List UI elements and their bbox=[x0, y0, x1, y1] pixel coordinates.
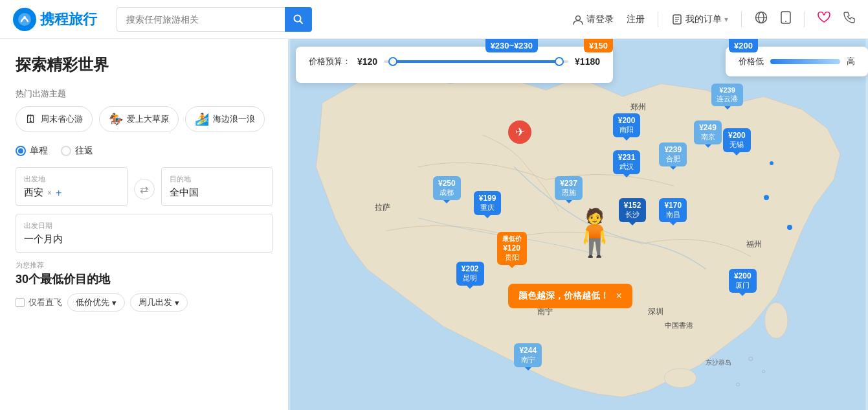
orders-button[interactable]: 我的订单 ▾ bbox=[671, 14, 728, 25]
lhasa-label: 拉萨 bbox=[375, 202, 390, 213]
departure-add[interactable]: + bbox=[56, 187, 61, 199]
bottom-price: ¥244 bbox=[519, 346, 537, 355]
theme-weekend-label: 周末省心游 bbox=[41, 113, 83, 125]
sort-price-button[interactable]: 低价优先 ▾ bbox=[67, 293, 125, 312]
date-field[interactable]: 出发日期 一个月内 bbox=[16, 214, 273, 253]
destination-field[interactable]: 目的地 全中国 bbox=[161, 167, 273, 206]
price-pin-kunming[interactable]: ¥202 昆明 bbox=[456, 262, 484, 286]
round-trip-radio[interactable] bbox=[61, 146, 71, 156]
departure-value: 西安 × + bbox=[24, 187, 119, 199]
info-tooltip[interactable]: 颜色越深，价格越低！ × bbox=[508, 284, 632, 308]
header-right: 请登录 注册 我的订单 ▾ bbox=[572, 11, 855, 27]
orders-label: 我的订单 bbox=[685, 14, 722, 25]
price-pin-guiyang[interactable]: 最低价 ¥120 贵阳 bbox=[497, 232, 527, 265]
changsha-city: 长沙 bbox=[624, 210, 641, 220]
top-price-tag-2[interactable]: ¥150 bbox=[584, 39, 613, 52]
sort-day-button[interactable]: 周几出发 ▾ bbox=[130, 293, 188, 312]
theme-label: 热门出游主题 bbox=[16, 88, 273, 100]
price-pin-chengdu[interactable]: ¥250 成都 bbox=[433, 176, 461, 200]
departure-field[interactable]: 出发地 西安 × + bbox=[16, 167, 128, 206]
departure-close[interactable]: × bbox=[47, 188, 52, 198]
search-input[interactable] bbox=[117, 7, 285, 32]
svg-line-3 bbox=[300, 21, 303, 23]
map-area[interactable]: 价格预算： ¥120 ¥1180 价格低 高 ✈ 最低价 ¥120 bbox=[288, 39, 868, 410]
header: 携程旅行 请登录 注册 bbox=[0, 0, 868, 39]
fuzhou-label: 福州 bbox=[746, 239, 762, 250]
nanchang-price: ¥170 bbox=[664, 201, 682, 210]
price-slider-left-thumb[interactable] bbox=[388, 57, 397, 66]
destination-city: 全中国 bbox=[170, 187, 199, 199]
divider-3 bbox=[804, 12, 805, 27]
recommend-title: 30个最低价目的地 bbox=[16, 271, 273, 287]
sidebar-title: 探索精彩世界 bbox=[16, 54, 273, 75]
phone-icon-button[interactable] bbox=[843, 12, 855, 27]
theme-grassland[interactable]: 🏇 爱上大草原 bbox=[99, 106, 179, 132]
wuxi-city: 无锡 bbox=[728, 140, 746, 150]
top-price-tag-1[interactable]: ¥230~¥230 bbox=[485, 39, 538, 52]
direct-only-label: 仅看直飞 bbox=[28, 297, 62, 308]
one-way-radio[interactable] bbox=[16, 146, 26, 156]
map-dot-2 bbox=[787, 225, 792, 230]
tooltip-close-button[interactable]: × bbox=[616, 290, 621, 302]
price-slider-track[interactable] bbox=[384, 60, 568, 63]
one-way-option[interactable]: 单程 bbox=[16, 145, 48, 157]
divider-1 bbox=[658, 12, 658, 27]
kunming-city: 昆明 bbox=[462, 273, 479, 283]
price-pin-hefei[interactable]: ¥239 合肥 bbox=[659, 142, 687, 166]
kunming-price: ¥202 bbox=[462, 264, 479, 273]
round-trip-option[interactable]: 往返 bbox=[61, 145, 93, 157]
map-dot-1 bbox=[764, 195, 769, 200]
top-price-tag-3[interactable]: ¥200 bbox=[729, 39, 758, 52]
theme-buttons: 🗓 周末省心游 🏇 爱上大草原 🏄 海边浪一浪 bbox=[16, 106, 273, 132]
map-svg bbox=[288, 39, 868, 410]
calendar-icon: 🗓 bbox=[25, 113, 37, 126]
price-slider-right-thumb[interactable] bbox=[555, 57, 564, 66]
direct-only-option[interactable]: 仅看直飞 bbox=[16, 297, 62, 308]
price-pin-nanyang[interactable]: ¥200 南阳 bbox=[613, 113, 641, 137]
hefei-city: 合肥 bbox=[664, 154, 682, 164]
login-button[interactable]: 请登录 bbox=[572, 14, 614, 25]
xiamen-city: 厦门 bbox=[734, 280, 751, 290]
svg-point-16 bbox=[664, 369, 696, 388]
map-dot-3 bbox=[770, 161, 773, 165]
price-pin-xiamen[interactable]: ¥200 厦门 bbox=[729, 269, 757, 293]
departure-city: 西安 bbox=[24, 187, 43, 199]
price-pin-bottom[interactable]: ¥244 南宁 bbox=[514, 343, 542, 367]
price-pin-changsha[interactable]: ¥152 长沙 bbox=[619, 198, 647, 222]
price-pin-nanjing[interactable]: ¥249 南京 bbox=[694, 120, 722, 144]
svg-point-15 bbox=[764, 302, 788, 338]
nanchang-city: 南昌 bbox=[664, 210, 682, 220]
svg-point-18 bbox=[762, 370, 765, 373]
price-pin-chongqing[interactable]: ¥199 重庆 bbox=[474, 191, 502, 215]
info-tooltip-text: 颜色越深，价格越低！ bbox=[518, 290, 609, 302]
trip-type-selector: 单程 往返 bbox=[16, 145, 273, 157]
price-pin-wuxi[interactable]: ¥200 无锡 bbox=[723, 128, 751, 152]
logo-text: 携程旅行 bbox=[40, 10, 97, 29]
chevron-down-icon: ▾ bbox=[112, 298, 117, 308]
theme-beach[interactable]: 🏄 海边浪一浪 bbox=[185, 106, 265, 132]
register-button[interactable]: 注册 bbox=[627, 14, 645, 25]
logo: 携程旅行 bbox=[13, 8, 97, 31]
theme-weekend[interactable]: 🗓 周末省心游 bbox=[16, 106, 93, 132]
swim-icon: 🏄 bbox=[195, 112, 209, 126]
search-button[interactable] bbox=[285, 7, 312, 32]
price-filter-panel: 价格预算： ¥120 ¥1180 bbox=[296, 47, 613, 83]
logo-icon bbox=[13, 8, 36, 31]
recommend-section: 为您推荐 30个最低价目的地 仅看直飞 低价优先 ▾ 周几出发 ▾ bbox=[16, 260, 273, 312]
mobile-icon-button[interactable] bbox=[781, 11, 791, 27]
enshi-city: 恩施 bbox=[560, 188, 577, 198]
sort-day-label: 周几出发 bbox=[139, 297, 172, 308]
globe-icon-button[interactable] bbox=[755, 11, 768, 27]
direct-only-checkbox[interactable] bbox=[16, 298, 25, 307]
theme-beach-label: 海边浪一浪 bbox=[213, 113, 255, 125]
price-pin-enshi[interactable]: ¥237 恩施 bbox=[555, 176, 583, 200]
price-pin-wuhan[interactable]: ¥231 武汉 bbox=[613, 150, 641, 174]
date-label: 出发日期 bbox=[24, 221, 264, 231]
lowest-badge: 最低价 bbox=[502, 234, 522, 244]
price-pin-nanchang[interactable]: ¥170 南昌 bbox=[659, 198, 687, 222]
chengdu-price: ¥250 bbox=[438, 179, 456, 188]
price-slider-fill bbox=[393, 60, 559, 63]
swap-button[interactable]: ⇄ bbox=[134, 179, 155, 199]
price-pin-lianyungang[interactable]: ¥239 连云港 bbox=[711, 84, 743, 106]
heart-icon-button[interactable] bbox=[818, 12, 830, 27]
